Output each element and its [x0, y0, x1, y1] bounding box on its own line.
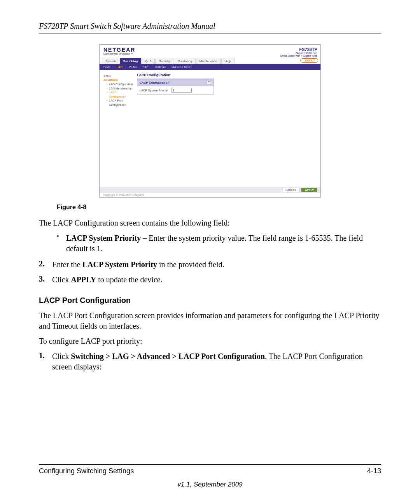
tab-qos[interactable]: QoS — [142, 58, 155, 64]
subtab-address-table[interactable]: Address Table — [172, 65, 191, 69]
section-heading-lacp-port-config: LACP Port Configuration — [39, 296, 381, 305]
sidebar-group-advanced[interactable]: Advanced — [103, 78, 133, 82]
bullet-item: • LACP System Priority – Enter the syste… — [57, 233, 381, 254]
subtab-ports[interactable]: Ports — [103, 65, 110, 69]
help-icon[interactable]: ? — [206, 80, 211, 85]
subtab-vlan[interactable]: VLAN — [129, 65, 136, 69]
lacp-system-priority-label: LACP System Priority — [140, 89, 168, 92]
product-model: FS728TP — [280, 47, 317, 52]
main-tabs: System Switching QoS Security Monitoring… — [100, 58, 320, 64]
section-paragraph-2: To configure LACP port priority: — [39, 336, 381, 346]
tab-security[interactable]: Security — [155, 58, 173, 64]
sidebar-item-lag-configuration[interactable]: LAG Configuration — [107, 82, 133, 87]
panel-title: LACP Configuration — [137, 73, 317, 77]
logout-button[interactable]: LOGOUT — [300, 58, 318, 63]
intro-paragraph: The LACP Configuration screen contains t… — [39, 218, 381, 228]
footer-section-name: Configuring Switching Settings — [39, 467, 134, 475]
sub-tabs: Ports| LAG| VLAN| STP| Multicast| Addres… — [100, 64, 320, 70]
page-header-title: FS728TP Smart Switch Software Administra… — [39, 22, 381, 31]
step-1-bold: Switching > LAG > Advanced > LACP Port C… — [71, 352, 265, 360]
section-paragraph-1: The LACP Port Configuration screen provi… — [39, 310, 381, 331]
subtab-lag[interactable]: LAG — [117, 65, 123, 69]
step-3: 3. Click APPLY to update the device. — [39, 275, 381, 285]
tab-switching[interactable]: Switching — [120, 58, 142, 64]
product-sub1: 24-port 10/100 PoE — [280, 52, 317, 54]
step-3-bold: APPLY — [71, 275, 96, 284]
screenshot-lacp-configuration: NETGEAR Connect with Innovation™ FS728TP… — [99, 44, 321, 198]
sidebar-item-lacp-port-configuration[interactable]: LACP Port Configuration — [107, 99, 133, 107]
footer-version: v1.1, September 2009 — [39, 481, 381, 488]
product-sub2: Smart Switch with 4 Gigabit ports — [280, 54, 317, 57]
figure-label: Figure 4-8 — [57, 204, 381, 211]
panel-box-heading: LACP Configuration — [140, 81, 169, 84]
step-1-pre: Click — [52, 352, 71, 360]
bullet-lead: LACP System Priority — [66, 234, 141, 242]
tab-monitoring[interactable]: Monitoring — [174, 58, 195, 64]
step-2-post: in the provided field. — [157, 260, 224, 269]
step-3-pre: Click — [52, 275, 71, 284]
header-rule — [39, 33, 381, 33]
step-3-post: to update the device. — [96, 275, 163, 284]
brand-tagline: Connect with Innovation™ — [103, 52, 135, 55]
content-panel: LACP Configuration LACP Configuration ? … — [133, 70, 320, 187]
tab-maintenance[interactable]: Maintenance — [196, 58, 221, 64]
apply-button[interactable]: APPLY — [301, 188, 317, 192]
sidebar-item-lacp-configuration[interactable]: LACP Configuration — [107, 91, 133, 99]
screenshot-copyright: Copyright © 1996-2007 Netgear® — [100, 193, 320, 197]
subtab-multicast[interactable]: Multicast — [155, 65, 166, 69]
subtab-stp[interactable]: STP — [143, 65, 149, 69]
sidebar: Basic Advanced LAG Configuration LAG Mem… — [100, 70, 133, 187]
tab-system[interactable]: System — [102, 58, 119, 64]
step-2: 2. Enter the LACP System Priority in the… — [39, 259, 381, 270]
cancel-button[interactable]: CANCEL — [282, 188, 300, 192]
footer-rule — [39, 464, 381, 465]
step-2-number: 2. — [39, 259, 52, 270]
step-1: 1. Click Switching > LAG > Advanced > LA… — [39, 351, 381, 372]
lacp-system-priority-input[interactable] — [172, 88, 192, 93]
tab-help[interactable]: Help — [221, 58, 234, 64]
brand-logo: NETGEAR — [103, 47, 135, 52]
step-1-number: 1. — [39, 351, 52, 372]
footer-page-number: 4-13 — [367, 467, 381, 475]
step-3-number: 3. — [39, 275, 52, 285]
sidebar-group-basic[interactable]: Basic — [103, 74, 133, 77]
step-2-bold: LACP System Priority — [82, 260, 157, 269]
step-2-pre: Enter the — [52, 260, 82, 269]
sidebar-item-lag-membership[interactable]: LAG Membership — [107, 87, 133, 91]
